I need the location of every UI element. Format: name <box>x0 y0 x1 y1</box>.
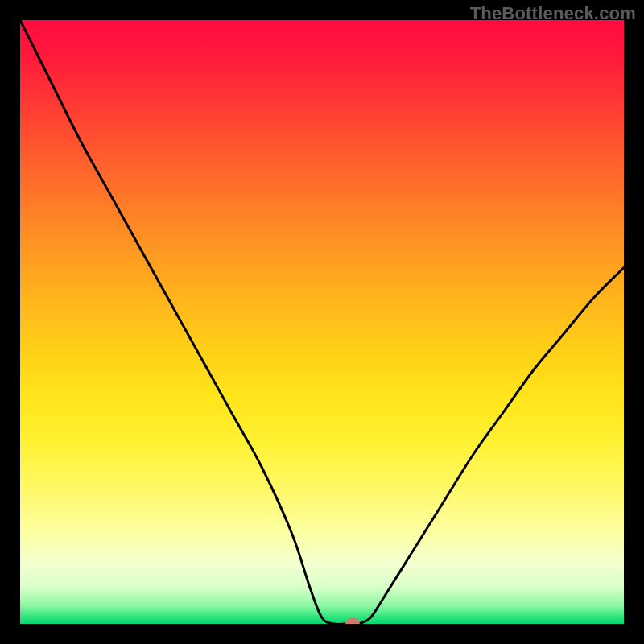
bottleneck-curve <box>20 20 624 624</box>
plot-area <box>20 20 624 624</box>
watermark-text: TheBottleneck.com <box>470 3 636 24</box>
chart-container: TheBottleneck.com <box>0 0 644 644</box>
optimal-point-marker <box>345 618 360 624</box>
